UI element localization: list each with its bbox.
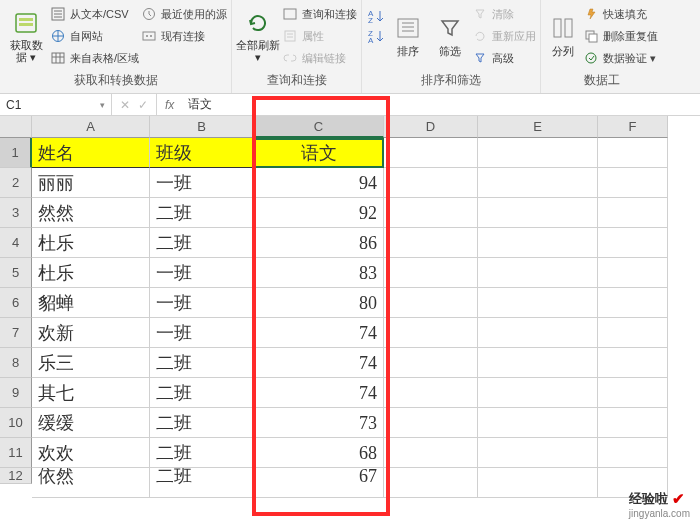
cell[interactable]: 杜乐: [32, 258, 150, 288]
cell[interactable]: 二班: [150, 198, 254, 228]
col-header-F[interactable]: F: [598, 116, 668, 138]
cell[interactable]: [598, 168, 668, 198]
cell[interactable]: 83: [254, 258, 384, 288]
cell[interactable]: 欢欢: [32, 438, 150, 468]
enter-icon[interactable]: ✓: [138, 98, 148, 112]
cell[interactable]: 一班: [150, 168, 254, 198]
cell[interactable]: 缓缓: [32, 408, 150, 438]
cell[interactable]: [478, 198, 598, 228]
remove-duplicates-button[interactable]: 删除重复值: [583, 26, 658, 46]
cell[interactable]: 一班: [150, 288, 254, 318]
cell[interactable]: [598, 198, 668, 228]
cell[interactable]: [478, 438, 598, 468]
cell[interactable]: [384, 318, 478, 348]
cell[interactable]: 94: [254, 168, 384, 198]
cell[interactable]: [478, 318, 598, 348]
name-box[interactable]: C1: [0, 94, 112, 115]
row-header[interactable]: 7: [0, 318, 32, 348]
cell[interactable]: [384, 258, 478, 288]
cell[interactable]: [598, 438, 668, 468]
reapply-button[interactable]: 重新应用: [472, 26, 536, 46]
cell[interactable]: [384, 168, 478, 198]
cell-active[interactable]: 语文: [254, 138, 384, 168]
cell[interactable]: [384, 378, 478, 408]
cell[interactable]: [598, 408, 668, 438]
row-header[interactable]: 5: [0, 258, 32, 288]
formula-bar[interactable]: 语文: [182, 94, 700, 115]
cell[interactable]: 74: [254, 318, 384, 348]
cell[interactable]: 丽丽: [32, 168, 150, 198]
cell[interactable]: [478, 468, 598, 498]
cell[interactable]: [384, 138, 478, 168]
from-table-button[interactable]: 来自表格/区域: [50, 48, 139, 68]
cell[interactable]: 然然: [32, 198, 150, 228]
col-header-D[interactable]: D: [384, 116, 478, 138]
cell[interactable]: [384, 288, 478, 318]
cell[interactable]: 二班: [150, 228, 254, 258]
cell[interactable]: 二班: [150, 468, 254, 498]
cell[interactable]: 班级: [150, 138, 254, 168]
row-header[interactable]: 6: [0, 288, 32, 318]
row-header[interactable]: 4: [0, 228, 32, 258]
cancel-icon[interactable]: ✕: [120, 98, 130, 112]
cell[interactable]: 一班: [150, 258, 254, 288]
advanced-filter-button[interactable]: 高级: [472, 48, 536, 68]
row-header[interactable]: 1: [0, 138, 32, 168]
cell[interactable]: [598, 258, 668, 288]
cell[interactable]: 二班: [150, 408, 254, 438]
row-header[interactable]: 9: [0, 378, 32, 408]
cell[interactable]: [598, 348, 668, 378]
flash-fill-button[interactable]: 快速填充: [583, 4, 658, 24]
cell[interactable]: [384, 468, 478, 498]
cell[interactable]: 二班: [150, 378, 254, 408]
col-header-C[interactable]: C: [254, 116, 384, 138]
cell[interactable]: [478, 288, 598, 318]
cell[interactable]: 姓名: [32, 138, 150, 168]
cell[interactable]: 杜乐: [32, 228, 150, 258]
cell[interactable]: [598, 228, 668, 258]
sort-desc-icon[interactable]: ZA: [368, 28, 384, 44]
from-text-csv-button[interactable]: 从文本/CSV: [50, 4, 139, 24]
cell[interactable]: 其七: [32, 378, 150, 408]
col-header-B[interactable]: B: [150, 116, 254, 138]
cell[interactable]: 74: [254, 348, 384, 378]
clear-filter-button[interactable]: 清除: [472, 4, 536, 24]
cell[interactable]: 貂蝉: [32, 288, 150, 318]
fx-icon[interactable]: fx: [157, 98, 182, 112]
cell[interactable]: [478, 138, 598, 168]
cell[interactable]: [478, 378, 598, 408]
text-to-columns-button[interactable]: 分列: [545, 2, 581, 70]
properties-button[interactable]: 属性: [282, 26, 357, 46]
cell[interactable]: 86: [254, 228, 384, 258]
cell[interactable]: 92: [254, 198, 384, 228]
cell[interactable]: [478, 348, 598, 378]
row-header[interactable]: 11: [0, 438, 32, 468]
cell[interactable]: [598, 138, 668, 168]
cell[interactable]: 68: [254, 438, 384, 468]
cell[interactable]: [478, 228, 598, 258]
select-all-corner[interactable]: [0, 116, 32, 138]
cell[interactable]: [384, 408, 478, 438]
cell[interactable]: [384, 438, 478, 468]
cell[interactable]: [478, 258, 598, 288]
cell[interactable]: 74: [254, 378, 384, 408]
col-header-A[interactable]: A: [32, 116, 150, 138]
queries-connections-button[interactable]: 查询和连接: [282, 4, 357, 24]
cell[interactable]: [598, 378, 668, 408]
refresh-all-button[interactable]: 全部刷新 ▾: [236, 2, 280, 70]
edit-links-button[interactable]: 编辑链接: [282, 48, 357, 68]
cell[interactable]: 80: [254, 288, 384, 318]
cell[interactable]: [598, 318, 668, 348]
cell[interactable]: 乐三: [32, 348, 150, 378]
row-header[interactable]: 3: [0, 198, 32, 228]
cell[interactable]: [384, 198, 478, 228]
cell[interactable]: [478, 168, 598, 198]
existing-connections-button[interactable]: 现有连接: [141, 26, 227, 46]
row-header[interactable]: 8: [0, 348, 32, 378]
cell[interactable]: 73: [254, 408, 384, 438]
col-header-E[interactable]: E: [478, 116, 598, 138]
cell[interactable]: [384, 348, 478, 378]
cell[interactable]: [598, 288, 668, 318]
grid[interactable]: A B C D E F 1 姓名 班级 语文 2丽丽一班94 3然然二班92 4…: [0, 116, 700, 525]
cell[interactable]: [478, 408, 598, 438]
